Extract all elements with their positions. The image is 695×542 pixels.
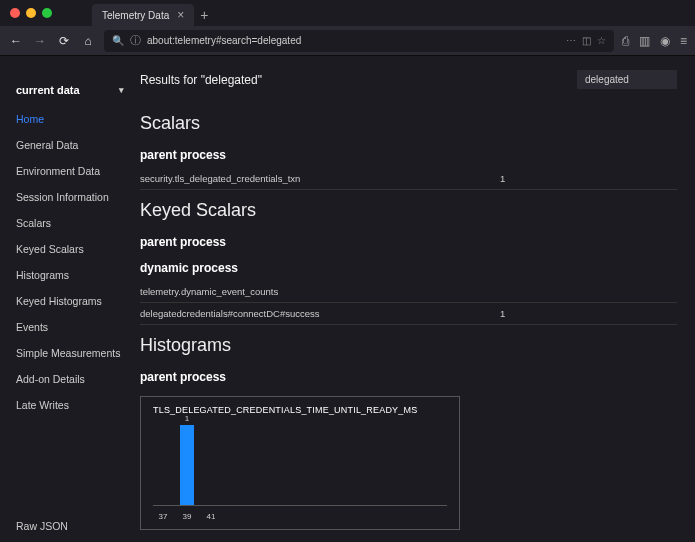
section-scalars-heading: Scalars	[140, 113, 677, 134]
minimize-window-button[interactable]	[26, 8, 36, 18]
sidebar-item-scalars[interactable]: Scalars	[0, 210, 140, 236]
url-bar[interactable]: 🔍 ⓘ about:telemetry#search=delegated ⋯ ◫…	[104, 30, 614, 52]
search-input[interactable]	[577, 70, 677, 89]
sidebar-item-home[interactable]: Home	[0, 106, 140, 132]
sidebar-item-general-data[interactable]: General Data	[0, 132, 140, 158]
sidebar-item-session-information[interactable]: Session Information	[0, 184, 140, 210]
tab-title: Telemetry Data	[102, 10, 169, 21]
sidebar-item-raw-json[interactable]: Raw JSON	[0, 510, 140, 542]
reload-button[interactable]: ⟳	[56, 34, 72, 48]
row-value	[500, 286, 677, 297]
results-heading: Results for "delegated"	[140, 73, 262, 87]
maximize-window-button[interactable]	[42, 8, 52, 18]
sidebar-title-label: current data	[16, 84, 80, 96]
sidebar-item-histograms[interactable]: Histograms	[0, 262, 140, 288]
sidebar-item-keyed-histograms[interactable]: Keyed Histograms	[0, 288, 140, 314]
section-histograms-heading: Histograms	[140, 335, 677, 356]
close-tab-icon[interactable]: ×	[177, 9, 184, 21]
scalars-parent-process-heading: parent process	[140, 148, 677, 162]
account-icon[interactable]: ◉	[660, 34, 670, 48]
sidebar-item-simple-measurements[interactable]: Simple Measurements	[0, 340, 140, 366]
table-row: telemetry.dynamic_event_counts	[140, 281, 677, 303]
section-keyed-scalars-heading: Keyed Scalars	[140, 200, 677, 221]
table-row: security.tls_delegated_credentials_txn 1	[140, 168, 677, 190]
keyed-scalars-parent-process-heading: parent process	[140, 235, 677, 249]
home-button[interactable]: ⌂	[80, 34, 96, 48]
menu-icon[interactable]: ≡	[680, 34, 687, 48]
histogram-bar	[155, 503, 171, 505]
titlebar: Telemetry Data × +	[0, 0, 695, 26]
main-panel: Results for "delegated" Scalars parent p…	[140, 56, 695, 542]
table-row: delegatedcredentials#connectDC#success 1	[140, 303, 677, 325]
histogram-bar	[203, 503, 219, 505]
forward-button[interactable]: →	[32, 34, 48, 48]
histogram-chart: TLS_DELEGATED_CREDENTIALS_TIME_UNTIL_REA…	[140, 396, 460, 530]
row-value: 1	[500, 308, 677, 319]
page-content: current data ▾ Home General Data Environ…	[0, 56, 695, 542]
sidebar-item-keyed-scalars[interactable]: Keyed Scalars	[0, 236, 140, 262]
close-window-button[interactable]	[10, 8, 20, 18]
row-value: 1	[500, 173, 677, 184]
sidebar-item-addon-details[interactable]: Add-on Details	[0, 366, 140, 392]
more-actions-icon[interactable]: ⋯	[566, 35, 576, 46]
new-tab-button[interactable]: +	[200, 7, 208, 23]
sidebar: current data ▾ Home General Data Environ…	[0, 56, 140, 542]
keyed-scalars-dynamic-process-heading: dynamic process	[140, 261, 677, 275]
browser-toolbar: ← → ⟳ ⌂ 🔍 ⓘ about:telemetry#search=deleg…	[0, 26, 695, 56]
browser-tab[interactable]: Telemetry Data ×	[92, 4, 194, 26]
sidebar-item-late-writes[interactable]: Late Writes	[0, 392, 140, 418]
sidebar-dropdown[interactable]: current data ▾	[0, 74, 140, 106]
reader-icon[interactable]: ◫	[582, 35, 591, 46]
chevron-down-icon: ▾	[119, 85, 124, 95]
window-controls	[10, 8, 52, 18]
url-text: about:telemetry#search=delegated	[147, 35, 301, 46]
row-key: delegatedcredentials#connectDC#success	[140, 308, 500, 319]
row-key: telemetry.dynamic_event_counts	[140, 286, 500, 297]
histogram-title: TLS_DELEGATED_CREDENTIALS_TIME_UNTIL_REA…	[153, 405, 447, 415]
histograms-parent-process-heading: parent process	[140, 370, 677, 384]
search-icon: 🔍	[112, 35, 124, 46]
sidebar-item-environment-data[interactable]: Environment Data	[0, 158, 140, 184]
row-key: security.tls_delegated_credentials_txn	[140, 173, 500, 184]
library-icon[interactable]: ⎙	[622, 34, 629, 48]
sidebar-toggle-icon[interactable]: ▥	[639, 34, 650, 48]
sidebar-item-events[interactable]: Events	[0, 314, 140, 340]
back-button[interactable]: ←	[8, 34, 24, 48]
info-icon[interactable]: ⓘ	[130, 33, 141, 48]
bookmark-icon[interactable]: ☆	[597, 35, 606, 46]
histogram-bar: 1	[179, 414, 195, 505]
